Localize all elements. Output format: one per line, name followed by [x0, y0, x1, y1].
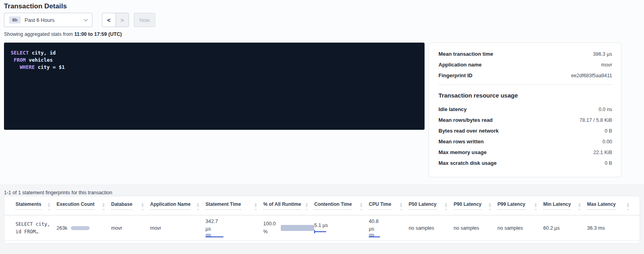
- summary-label: Application name: [438, 62, 482, 68]
- cell-min-latency: 60.2 µs: [543, 225, 587, 231]
- now-button[interactable]: Now: [134, 13, 155, 27]
- statement-time-bar-chart: [206, 234, 225, 238]
- summary-value: 78.17 / 5.8 KiB: [579, 117, 612, 123]
- summary-row: Application name movr: [438, 62, 612, 68]
- cell-statement-time: 342.7 µs: [206, 218, 263, 238]
- cpu-time-value: 40.8 µs: [369, 218, 385, 233]
- summary-row: Max scratch disk usage 0 B: [438, 160, 612, 166]
- cell-application-name: movr: [150, 225, 206, 231]
- resource-usage-title: Transaction resource usage: [438, 92, 612, 99]
- execution-count-value: 263k: [57, 225, 67, 231]
- cell-cpu-time: 40.8 µs: [369, 218, 409, 238]
- sql-query-box: SELECT city, id FROM vehicles WHERE city…: [4, 43, 425, 130]
- cell-pct-runtime: 100.0 %: [263, 220, 314, 236]
- sort-icon: [534, 203, 537, 210]
- sort-icon: [48, 203, 50, 210]
- column-header-p90-latency[interactable]: P90 Latency: [454, 201, 497, 210]
- column-header-statement-time[interactable]: Statement Time: [206, 201, 263, 210]
- summary-divider: [438, 84, 612, 85]
- summary-value: 0 B: [605, 128, 612, 134]
- statement-time-value: 342.7 µs: [206, 218, 225, 233]
- summary-row: Mean transaction time 386.3 µs: [438, 51, 612, 57]
- time-range-badge: 6h: [9, 16, 21, 23]
- statements-count-caption: 1-1 of 1 statement fingerprints for this…: [4, 190, 112, 195]
- sort-icon: [627, 203, 629, 210]
- summary-value: ee2df683f5aa9411: [571, 73, 612, 79]
- column-header-statements[interactable]: Statements: [16, 201, 57, 210]
- summary-row: Mean rows/bytes read 78.17 / 5.8 KiB: [438, 117, 612, 123]
- column-header-execution-count[interactable]: Execution Count: [57, 201, 111, 210]
- summary-label: Idle latency: [438, 106, 467, 112]
- sql-line: SELECT city, id: [11, 49, 425, 57]
- sql-line: WHERE city = $1: [11, 64, 425, 71]
- cell-p90-latency: no samples: [454, 225, 497, 231]
- sort-icon: [254, 203, 257, 210]
- summary-row: Max memory usage 22.1 KiB: [438, 149, 612, 156]
- execution-count-bar: [71, 226, 90, 230]
- cell-execution-count: 263k: [57, 225, 111, 231]
- sql-line: FROM vehicles: [11, 57, 425, 64]
- sort-icon: [445, 203, 447, 210]
- summary-row: Idle latency 0.0 ns: [438, 106, 612, 113]
- sort-icon: [305, 203, 308, 210]
- sort-icon: [141, 203, 144, 210]
- sort-icon: [102, 203, 105, 210]
- statement-link[interactable]: SELECT city, id FROM…: [16, 221, 55, 236]
- summary-value: movr: [601, 62, 612, 68]
- contention-time-bar-chart: [314, 230, 328, 234]
- summary-label: Mean transaction time: [438, 51, 493, 57]
- transaction-summary-card: Mean transaction time 386.3 µs Applicati…: [429, 43, 621, 177]
- summary-value: 0 B: [605, 160, 612, 166]
- contention-time-value: 5.1 µs: [314, 223, 369, 228]
- aggregated-stats-caption: Showing aggregated stats from 11:00 to 1…: [4, 31, 122, 37]
- summary-label: Max memory usage: [438, 149, 487, 155]
- page-title: Transaction Details: [4, 2, 67, 10]
- cell-max-latency: 36.3 ms: [587, 225, 636, 231]
- caption-time-range: 11:00 to 17:59 (UTC): [74, 31, 122, 37]
- statements-table-card: Statements Execution Count Database Appl…: [4, 196, 640, 244]
- cpu-time-bar-chart: [369, 234, 389, 238]
- summary-row: Fingerprint ID ee2df683f5aa9411: [438, 72, 612, 79]
- time-range-label: Past 6 Hours: [25, 17, 84, 23]
- chevron-down-icon: [84, 17, 88, 21]
- statements-section: 1-1 of 1 statement fingerprints for this…: [0, 186, 644, 254]
- pct-runtime-bar: [281, 225, 314, 231]
- column-header-database[interactable]: Database: [111, 201, 150, 210]
- sort-icon: [578, 203, 581, 210]
- summary-label: Mean rows written: [438, 139, 483, 145]
- statements-table-header: Statements Execution Count Database Appl…: [4, 196, 640, 215]
- prev-time-button[interactable]: <: [102, 13, 115, 27]
- column-header-min-latency[interactable]: Min Latency: [543, 201, 587, 210]
- pct-runtime-value: 100.0 %: [263, 220, 278, 236]
- column-header-p99-latency[interactable]: P99 Latency: [497, 201, 543, 210]
- transaction-details-section: Transaction Details 6h Past 6 Hours < > …: [0, 0, 644, 185]
- sort-icon: [489, 203, 491, 210]
- next-time-button[interactable]: >: [115, 13, 129, 27]
- summary-label: Max scratch disk usage: [438, 160, 497, 166]
- summary-row: Bytes read over network 0 B: [438, 128, 612, 134]
- column-header-application-name[interactable]: Application Name: [150, 201, 206, 210]
- column-header-p50-latency[interactable]: P50 Latency: [409, 201, 454, 210]
- cell-p99-latency: no samples: [497, 225, 543, 231]
- cell-statement: SELECT city, id FROM…: [16, 221, 57, 236]
- sort-icon: [400, 203, 402, 210]
- caption-prefix: Showing aggregated stats from: [4, 31, 74, 37]
- cell-contention-time: 5.1 µs: [314, 223, 369, 234]
- time-nav-group: < >: [102, 13, 129, 27]
- column-header-max-latency[interactable]: Max Latency: [587, 201, 636, 210]
- cell-p50-latency: no samples: [409, 225, 454, 231]
- summary-row: Mean rows written 0.00: [438, 139, 612, 145]
- time-range-dropdown[interactable]: 6h Past 6 Hours: [4, 13, 92, 27]
- column-header-pct-runtime[interactable]: % of All Runtime: [263, 201, 314, 210]
- summary-label: Fingerprint ID: [438, 72, 472, 78]
- summary-label: Bytes read over network: [438, 128, 499, 134]
- cell-database: movr: [111, 225, 150, 231]
- summary-value: 0.00: [603, 139, 612, 145]
- column-header-cpu-time[interactable]: CPU Time: [369, 201, 409, 210]
- statement-table-row: SELECT city, id FROM… 263k movr movr 342…: [4, 215, 640, 241]
- time-controls: 6h Past 6 Hours < > Now: [4, 13, 155, 27]
- column-header-contention-time[interactable]: Contention Time: [314, 201, 369, 210]
- summary-value: 0.0 ns: [599, 107, 612, 113]
- sort-icon: [360, 203, 362, 210]
- sort-icon: [197, 203, 199, 210]
